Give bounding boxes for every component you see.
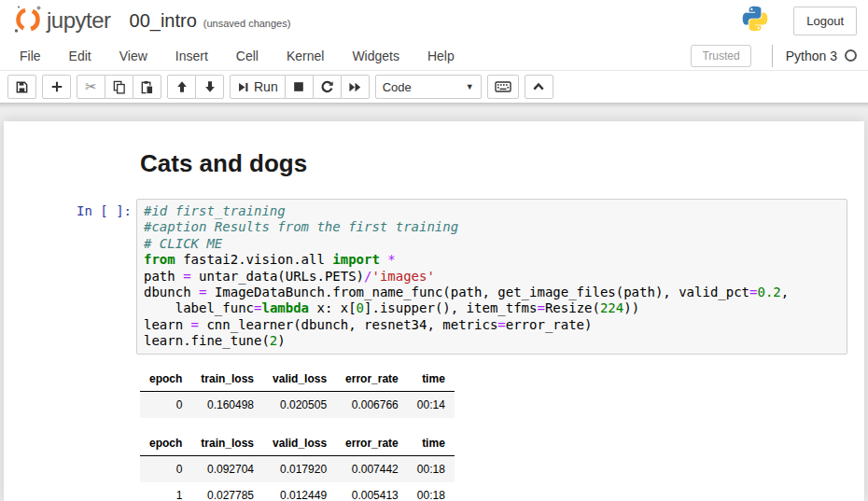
table-cell: 0.006766 — [336, 391, 408, 418]
table-cell: 00:18 — [408, 482, 455, 501]
notebook-title[interactable]: 00_intro — [130, 10, 197, 32]
code-line: from fastai2.vision.all import * — [144, 252, 840, 268]
menu-item-edit[interactable]: Edit — [55, 42, 105, 70]
copy-cell-button[interactable] — [105, 75, 133, 99]
paste-cell-button[interactable] — [133, 75, 161, 99]
table-cell: 0.007442 — [336, 455, 408, 482]
menu-item-file[interactable]: File — [6, 42, 55, 70]
save-icon — [15, 80, 29, 94]
table-cell: 0.160498 — [191, 391, 263, 418]
notebook-container: Cats and dogs In [ ]: #id first_training… — [4, 121, 864, 501]
jupyter-logo-text: jupyter — [47, 7, 111, 34]
table-row: 00.0927040.0179200.00744200:18 — [140, 455, 455, 482]
cell-outputs: epochtrain_lossvalid_losserror_ratetime0… — [140, 367, 864, 501]
table-header-valid_loss: valid_loss — [263, 367, 336, 392]
table-cell: 0.092704 — [191, 455, 263, 482]
table-cell: 0.012449 — [263, 482, 336, 501]
chevron-up-icon — [532, 81, 545, 92]
toggle-toolbar-button[interactable] — [525, 75, 553, 99]
code-input-area[interactable]: #id first_training#caption Results from … — [136, 199, 847, 355]
code-line: learn.fine_tune(2) — [144, 333, 840, 349]
code-cell: In [ ]: #id first_training#caption Resul… — [4, 199, 847, 355]
table-cell: 00:14 — [408, 391, 455, 418]
markdown-heading: Cats and dogs — [140, 149, 864, 178]
kernel-idle-indicator-icon — [845, 49, 857, 62]
copy-icon — [112, 80, 126, 94]
table-cell: 0 — [140, 391, 191, 418]
table-header-epoch: epoch — [140, 431, 191, 456]
table-cell: 00:18 — [408, 455, 455, 482]
table-header-error_rate: error_rate — [336, 367, 408, 392]
code-line: label_func=lambda x: x[0].isupper(), ite… — [144, 300, 840, 316]
jupyter-logo-icon — [11, 2, 45, 39]
code-line: # CLICK ME — [144, 236, 840, 252]
table-cell: 0 — [140, 455, 191, 482]
table-header-time: time — [408, 367, 455, 392]
table-cell: 0.005413 — [336, 482, 408, 501]
save-button[interactable] — [7, 75, 36, 99]
chevron-down-icon: ▼ — [466, 82, 474, 91]
menu-item-kernel[interactable]: Kernel — [273, 42, 338, 70]
cell-type-selected: Code — [383, 80, 412, 94]
menu-item-widgets[interactable]: Widgets — [338, 42, 413, 70]
restart-kernel-button[interactable] — [313, 75, 342, 99]
table-header-train_loss: train_loss — [191, 431, 263, 456]
python-logo-icon — [741, 5, 769, 36]
table-row: 10.0277850.0124490.00541300:18 — [140, 482, 455, 501]
training-results-table: epochtrain_lossvalid_losserror_ratetime0… — [140, 431, 455, 501]
table-cell: 0.017920 — [263, 455, 336, 482]
table-header-error_rate: error_rate — [336, 431, 408, 456]
command-palette-button[interactable] — [487, 75, 519, 99]
table-cell: 0.027785 — [191, 482, 263, 501]
code-line: learn = cnn_learner(dbunch, resnet34, me… — [144, 317, 840, 333]
run-cell-button[interactable]: Run — [230, 75, 286, 99]
move-up-icon — [175, 80, 189, 93]
table-cell: 1 — [140, 482, 191, 501]
cut-cell-button[interactable]: ✂ — [77, 75, 105, 99]
logout-button[interactable]: Logout — [793, 7, 857, 35]
paste-icon — [140, 80, 154, 94]
menu-item-view[interactable]: View — [105, 42, 161, 70]
jupyter-logo[interactable]: jupyter — [11, 2, 111, 39]
move-cell-up-button[interactable] — [167, 75, 196, 99]
restart-run-all-button[interactable] — [341, 75, 370, 99]
menu-item-cell[interactable]: Cell — [222, 42, 273, 70]
run-icon — [237, 81, 249, 93]
menu-divider — [772, 45, 773, 67]
code-line: #caption Results from the first training — [144, 219, 840, 235]
move-cell-down-button[interactable] — [195, 75, 224, 99]
training-results-table: epochtrain_lossvalid_losserror_ratetime0… — [140, 367, 455, 418]
restart-kernel-icon — [320, 80, 334, 94]
menu-item-insert[interactable]: Insert — [161, 42, 222, 70]
toolbar: ✂ Run — [0, 71, 868, 103]
menu-bar: FileEditViewInsertCellKernelWidgetsHelp … — [0, 41, 868, 71]
menu-item-help[interactable]: Help — [413, 42, 469, 70]
checkpoint-status: (unsaved changes) — [203, 12, 291, 29]
interrupt-kernel-button[interactable] — [285, 75, 314, 99]
add-cell-button[interactable] — [42, 75, 71, 99]
kernel-name: Python 3 — [786, 49, 837, 63]
code-line: dbunch = ImageDataBunch.from_name_func(p… — [144, 285, 840, 300]
keyboard-icon — [495, 80, 511, 93]
table-cell: 0.020505 — [263, 391, 336, 418]
app-header: jupyter 00_intro (unsaved changes) Logou… — [0, 0, 868, 41]
code-line: path = untar_data(URLs.PETS)/'images' — [144, 269, 840, 285]
notebook-shadow-band — [0, 103, 868, 121]
table-header-time: time — [408, 431, 455, 456]
trusted-badge[interactable]: Trusted — [691, 45, 750, 67]
add-cell-icon — [50, 80, 63, 93]
table-header-epoch: epoch — [140, 367, 191, 392]
table-row: 00.1604980.0205050.00676600:14 — [140, 391, 455, 418]
move-down-icon — [203, 80, 217, 93]
cell-prompt: In [ ]: — [4, 199, 136, 355]
table-header-valid_loss: valid_loss — [263, 431, 336, 456]
run-button-label: Run — [254, 79, 278, 94]
cut-icon: ✂ — [85, 78, 97, 95]
restart-run-all-icon — [348, 80, 362, 94]
table-header-train_loss: train_loss — [191, 367, 263, 392]
cell-type-dropdown[interactable]: Code ▼ — [375, 75, 482, 99]
code-line: #id first_training — [144, 203, 840, 219]
stop-icon — [292, 80, 305, 93]
